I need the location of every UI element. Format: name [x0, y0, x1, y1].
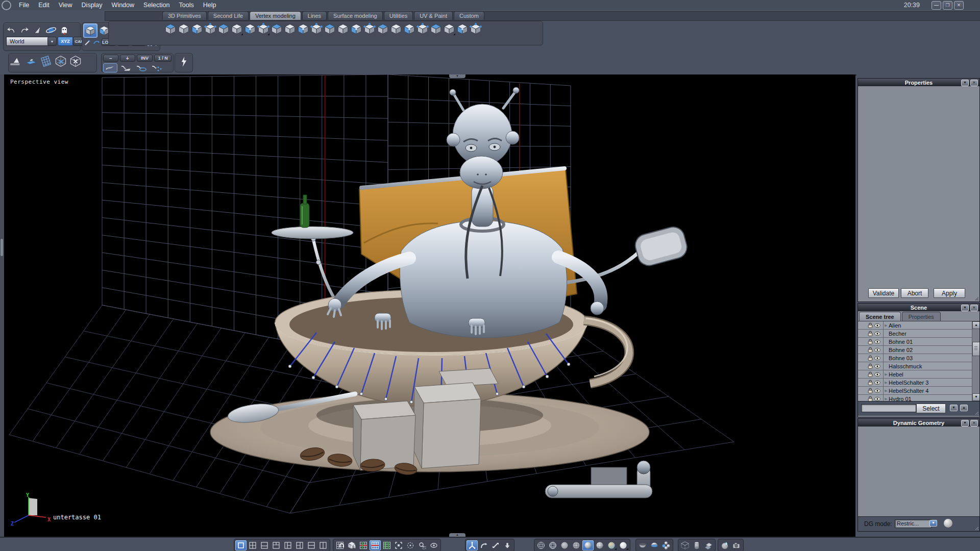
shading-wireframe-button[interactable]	[535, 540, 547, 550]
convert-to-face-icon[interactable]	[119, 64, 133, 72]
menu-help[interactable]: Help	[199, 0, 221, 10]
snap-plane-button[interactable]	[370, 540, 381, 550]
vertex-tool-button-7[interactable]	[243, 22, 257, 36]
vertex-tool-button-17[interactable]	[376, 22, 389, 36]
vertex-tool-button-11[interactable]	[297, 22, 310, 36]
vertex-tool-button-20[interactable]	[416, 22, 429, 36]
tray-arm-model[interactable]	[272, 195, 353, 301]
shading-flat-button[interactable]	[559, 540, 570, 550]
tab-surface-modeling[interactable]: Surface modeling	[328, 11, 383, 20]
dynamic-geometry-header[interactable]: Dynamic Geometry ▼ ✕	[858, 419, 979, 427]
menu-view[interactable]: View	[54, 0, 77, 10]
drop-down-arrow-button[interactable]	[502, 540, 513, 550]
decrease-button[interactable]: −	[103, 55, 118, 62]
pick-tool-icon[interactable]	[84, 38, 91, 46]
shading-smooth-wire-button[interactable]	[594, 540, 605, 550]
vertex-tool-button-18[interactable]	[389, 22, 403, 36]
layout-left-tall-button[interactable]	[282, 540, 293, 550]
lasso-tool-icon[interactable]	[93, 38, 100, 46]
validate-button[interactable]: Validate	[868, 288, 899, 298]
one-over-n-button[interactable]: 1 / N	[154, 55, 172, 62]
xyz-manipulator-button[interactable]: XYZ	[58, 37, 73, 46]
shading-flat-wire-button[interactable]	[571, 540, 582, 550]
slab-tool-icon[interactable]	[24, 55, 38, 68]
shading-wireframe-dense-button[interactable]	[547, 540, 558, 550]
tab-3d-primitives[interactable]: 3D Primitives	[162, 11, 207, 20]
tab-custom[interactable]: Custom	[454, 11, 484, 20]
backface-open-button[interactable]	[637, 540, 648, 550]
layout-hsplit-top-button[interactable]	[259, 540, 270, 550]
tab-second-life[interactable]: Second Life	[208, 11, 249, 20]
vertex-tool-button-16[interactable]	[363, 22, 376, 36]
scene-resize-grip[interactable]	[974, 411, 979, 415]
dg-sphere-button[interactable]	[944, 519, 952, 528]
layout-hsplit-button[interactable]	[306, 540, 317, 550]
pan-center-button[interactable]	[405, 540, 416, 550]
tree-row-hebel[interactable]: ▶Hebel	[858, 370, 972, 379]
scene-nav-down-button[interactable]: ▼	[950, 405, 958, 411]
cylinder-display-button[interactable]	[691, 540, 702, 550]
increase-button[interactable]: +	[120, 55, 135, 62]
layout-single-button[interactable]	[235, 540, 247, 550]
vertex-tool-button-8[interactable]	[257, 22, 270, 36]
scene-tree-scrollbar[interactable]: ▲ ▼	[972, 321, 979, 401]
select-button[interactable]: Select	[916, 404, 946, 413]
vertex-tool-button-4[interactable]	[204, 22, 217, 36]
menu-selection[interactable]: Selection	[139, 0, 174, 10]
convert-to-loop-icon[interactable]	[135, 64, 148, 72]
snap-grid-magnet-button[interactable]	[334, 540, 346, 550]
manipulator-axes-button[interactable]	[467, 540, 478, 550]
vertex-tool-button-14[interactable]	[336, 22, 350, 36]
menu-tools[interactable]: Tools	[174, 0, 198, 10]
dg-collapse-button[interactable]: ▼	[961, 420, 969, 427]
tree-row-bohne-03[interactable]: Bohne 03	[858, 354, 972, 362]
convert-to-points-icon[interactable]	[150, 64, 163, 72]
viewport-collapse-handle-bottom[interactable]: ▲	[449, 533, 465, 537]
undo-button[interactable]	[5, 23, 18, 37]
shading-textured-button[interactable]	[606, 540, 617, 550]
properties-collapse-button[interactable]: ▼	[961, 80, 969, 86]
vertex-tool-button-9[interactable]	[270, 22, 283, 36]
tree-row-alien[interactable]: ▶Alien	[858, 321, 972, 330]
scene-tree-tab[interactable]: Scene tree	[859, 312, 901, 321]
world-space-dropdown[interactable]: World	[6, 37, 51, 46]
vertex-tool-button-23[interactable]	[456, 22, 469, 36]
world-dropdown-arrow[interactable]: ▼	[47, 37, 57, 46]
invert-selection-button[interactable]: INV	[137, 55, 153, 62]
tab-utilities[interactable]: Utilities	[384, 11, 413, 20]
properties-close-button[interactable]: ✕	[970, 80, 978, 86]
vertex-tool-button-21[interactable]	[429, 22, 443, 36]
viewport-3d[interactable]: Perspective view ▼ ▲ Y X Z untertasse 01	[4, 74, 855, 537]
vertex-tool-button-15[interactable]	[350, 22, 363, 36]
menu-file[interactable]: File	[14, 0, 34, 10]
menu-window[interactable]: Window	[107, 0, 139, 10]
apply-button[interactable]: Apply	[934, 288, 965, 298]
left-panel-drag-handle[interactable]	[1, 239, 3, 256]
tree-row-hebelschalter-4[interactable]: ▶HebelSchalter 4	[858, 387, 972, 395]
select-vertices-button[interactable]	[83, 23, 97, 38]
backface-dome-button[interactable]	[649, 540, 660, 550]
tree-row-bohne-01[interactable]: Bohne 01	[858, 338, 972, 346]
zoom-region-button[interactable]	[416, 540, 428, 550]
tree-row-becher[interactable]: Becher	[858, 330, 972, 338]
sheets-display-button[interactable]	[703, 540, 714, 550]
vertex-tool-button-13[interactable]	[323, 22, 336, 36]
soft-selection-icon[interactable]	[103, 63, 117, 72]
vertex-tool-button-22[interactable]	[443, 22, 456, 36]
dg-mode-dropdown[interactable]: Restric...	[895, 519, 932, 528]
tree-row-halsschmuck[interactable]: Halsschmuck	[858, 362, 972, 370]
scene-panel-header[interactable]: Scene ▼ ✕	[858, 304, 979, 311]
scene-nav-up-button[interactable]: ▲	[960, 405, 968, 411]
tab-lines[interactable]: Lines	[302, 11, 327, 20]
maximize-button[interactable]: ❐	[943, 1, 952, 10]
vertex-tool-button-19[interactable]	[403, 22, 416, 36]
layout-vsplit-button[interactable]	[317, 540, 329, 550]
viewport-collapse-handle-top[interactable]: ▼	[449, 74, 465, 78]
snap-axes-grid-button[interactable]	[358, 540, 369, 550]
abort-button[interactable]: Abort	[901, 288, 928, 298]
fit-view-button[interactable]	[393, 540, 404, 550]
manipulator-scale-button[interactable]	[490, 540, 501, 550]
snap-object-magnet-button[interactable]	[346, 540, 357, 550]
tree-row-hydro-01[interactable]: ▶Hydro 01	[858, 395, 972, 401]
lobes-display-button[interactable]	[660, 540, 672, 550]
